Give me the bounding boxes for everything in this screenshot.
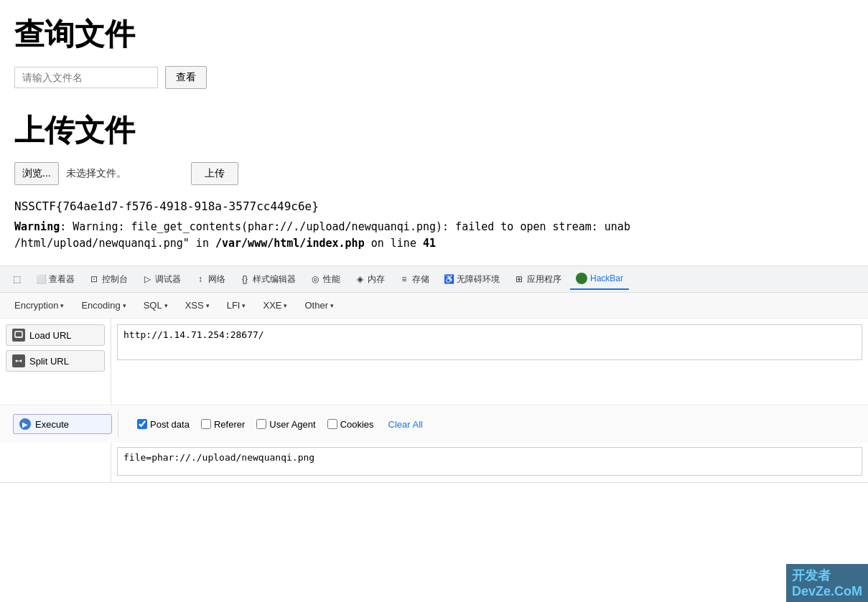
warning-line1: Warning: file_get_contents(phar://./uplo… bbox=[73, 220, 630, 233]
style-label: 样式编辑器 bbox=[253, 273, 296, 286]
load-url-button[interactable]: Load URL bbox=[6, 324, 105, 346]
devtools-tab-perf[interactable]: ◎ 性能 bbox=[304, 269, 346, 290]
user-agent-checkbox-label[interactable]: User Agent bbox=[256, 419, 315, 430]
browse-button[interactable]: 浏览... bbox=[14, 162, 59, 185]
load-url-label: Load URL bbox=[29, 330, 72, 341]
apps-label: 应用程序 bbox=[527, 273, 561, 286]
network-icon: ↕ bbox=[195, 274, 205, 284]
storage-label: 存储 bbox=[412, 273, 429, 286]
view-button[interactable]: 查看 bbox=[165, 66, 207, 89]
load-url-icon bbox=[12, 329, 25, 342]
devtools-tab-style[interactable]: {} 样式编辑器 bbox=[234, 269, 302, 290]
sql-chevron: ▾ bbox=[164, 302, 168, 309]
viewer-label: 查看器 bbox=[49, 273, 75, 286]
execute-icon: ▶ bbox=[19, 418, 31, 430]
memory-icon: ◈ bbox=[355, 274, 365, 284]
svg-point-1 bbox=[16, 360, 18, 362]
hackbar-panel: Encryption ▾ Encoding ▾ SQL ▾ XSS ▾ LFI … bbox=[0, 293, 868, 483]
hackbar-menu-bar: Encryption ▾ Encoding ▾ SQL ▾ XSS ▾ LFI … bbox=[0, 293, 868, 319]
cookies-checkbox[interactable] bbox=[327, 419, 337, 429]
lfi-chevron: ▾ bbox=[242, 302, 246, 309]
console-icon: ⊡ bbox=[89, 274, 99, 284]
cookies-checkbox-label[interactable]: Cookies bbox=[327, 419, 374, 430]
devtools-tab-apps[interactable]: ⊞ 应用程序 bbox=[508, 269, 567, 290]
hackbar-url-body: Load URL Split URL bbox=[0, 319, 868, 405]
query-input[interactable] bbox=[14, 67, 158, 88]
menu-other[interactable]: Other ▾ bbox=[297, 297, 341, 314]
xss-chevron: ▾ bbox=[206, 302, 210, 309]
upload-section: 上传文件 浏览... 未选择文件。 上传 bbox=[14, 110, 854, 185]
svg-point-2 bbox=[20, 360, 22, 362]
hackbar-options-bar: ▶ Execute Post data Referer User Agent bbox=[0, 405, 868, 443]
menu-encoding[interactable]: Encoding ▾ bbox=[74, 297, 133, 314]
upload-button[interactable]: 上传 bbox=[191, 162, 238, 185]
split-url-icon bbox=[12, 354, 25, 367]
hackbar-url-area bbox=[111, 319, 868, 405]
devtools-tab-debugger[interactable]: ▷ 调试器 bbox=[136, 269, 187, 290]
clear-all-link[interactable]: Clear All bbox=[388, 419, 423, 430]
post-data-label: Post data bbox=[150, 419, 190, 430]
menu-sql[interactable]: SQL ▾ bbox=[136, 297, 175, 314]
menu-encryption[interactable]: Encryption ▾ bbox=[7, 297, 71, 314]
main-content: 查询文件 查看 上传文件 浏览... 未选择文件。 上传 NSSCTF{764a… bbox=[0, 0, 868, 251]
split-url-button[interactable]: Split URL bbox=[6, 350, 105, 372]
hackbar-postdata-sidebar bbox=[0, 443, 111, 482]
upload-title: 上传文件 bbox=[14, 110, 854, 151]
debugger-label: 调试器 bbox=[155, 273, 181, 286]
warning-text: Warning: Warning: file_get_contents(phar… bbox=[14, 219, 854, 251]
url-input[interactable] bbox=[117, 324, 862, 360]
flag-text: NSSCTF{764ae1d7-f576-4918-918a-3577cc449… bbox=[14, 199, 854, 213]
other-chevron: ▾ bbox=[330, 302, 334, 309]
query-title: 查询文件 bbox=[14, 14, 854, 55]
devtools-tab-hackbar[interactable]: HackBar bbox=[570, 268, 629, 290]
query-row: 查看 bbox=[14, 66, 854, 89]
query-section: 查询文件 查看 bbox=[14, 14, 854, 89]
hackbar-dot-icon bbox=[576, 273, 587, 284]
hackbar-postdata-area bbox=[111, 443, 868, 482]
encoding-label: Encoding bbox=[81, 300, 120, 311]
lfi-label: LFI bbox=[227, 300, 241, 311]
devtools-bar: ⬚ ⬜ 查看器 ⊡ 控制台 ▷ 调试器 ↕ 网络 {} 样式编辑器 ◎ 性能 ◈… bbox=[0, 265, 868, 293]
accessibility-icon: ♿ bbox=[444, 274, 454, 284]
inspect-icon: ⬚ bbox=[11, 274, 22, 284]
devtools-tab-memory[interactable]: ◈ 内存 bbox=[349, 269, 391, 290]
devtools-tab-console[interactable]: ⊡ 控制台 bbox=[83, 269, 134, 290]
encryption-label: Encryption bbox=[14, 300, 58, 311]
split-url-label: Split URL bbox=[29, 356, 69, 367]
svg-rect-0 bbox=[15, 331, 22, 337]
referer-checkbox[interactable] bbox=[201, 419, 211, 429]
devtools-tab-inspect[interactable]: ⬚ bbox=[6, 270, 27, 288]
execute-label: Execute bbox=[35, 419, 69, 430]
devtools-tab-accessibility[interactable]: ♿ 无障碍环境 bbox=[438, 269, 505, 290]
execute-button[interactable]: ▶ Execute bbox=[13, 414, 112, 434]
devtools-tab-viewer[interactable]: ⬜ 查看器 bbox=[30, 269, 80, 290]
viewer-icon: ⬜ bbox=[36, 274, 46, 284]
perf-icon: ◎ bbox=[310, 274, 320, 284]
menu-xss[interactable]: XSS ▾ bbox=[178, 297, 217, 314]
xxe-chevron: ▾ bbox=[284, 302, 287, 309]
xxe-label: XXE bbox=[263, 300, 281, 311]
hackbar-checkboxes: Post data Referer User Agent Cookies Cle… bbox=[130, 415, 861, 434]
accessibility-label: 无障碍环境 bbox=[457, 273, 500, 286]
post-data-checkbox[interactable] bbox=[137, 419, 147, 429]
devtools-tab-network[interactable]: ↕ 网络 bbox=[190, 269, 231, 290]
referer-checkbox-label[interactable]: Referer bbox=[201, 419, 245, 430]
hackbar-label: HackBar bbox=[590, 273, 623, 283]
post-data-checkbox-label[interactable]: Post data bbox=[137, 419, 190, 430]
console-label: 控制台 bbox=[102, 273, 128, 286]
hackbar-postdata-row bbox=[0, 443, 868, 482]
apps-icon: ⊞ bbox=[514, 274, 524, 284]
menu-xxe[interactable]: XXE ▾ bbox=[256, 297, 294, 314]
user-agent-checkbox[interactable] bbox=[256, 419, 266, 429]
devtools-tab-storage[interactable]: ≡ 存储 bbox=[393, 269, 435, 290]
hackbar-url-sidebar: Load URL Split URL bbox=[0, 319, 111, 405]
memory-label: 内存 bbox=[368, 273, 385, 286]
warning-line2: /html/upload/newquanqi.png" in /var/www/… bbox=[14, 237, 436, 250]
post-data-input[interactable] bbox=[117, 447, 862, 476]
style-icon: {} bbox=[240, 274, 250, 284]
menu-lfi[interactable]: LFI ▾ bbox=[220, 297, 253, 314]
cookies-label: Cookies bbox=[340, 419, 374, 430]
other-label: Other bbox=[304, 300, 328, 311]
user-agent-label: User Agent bbox=[269, 419, 315, 430]
file-label: 未选择文件。 bbox=[66, 167, 126, 180]
